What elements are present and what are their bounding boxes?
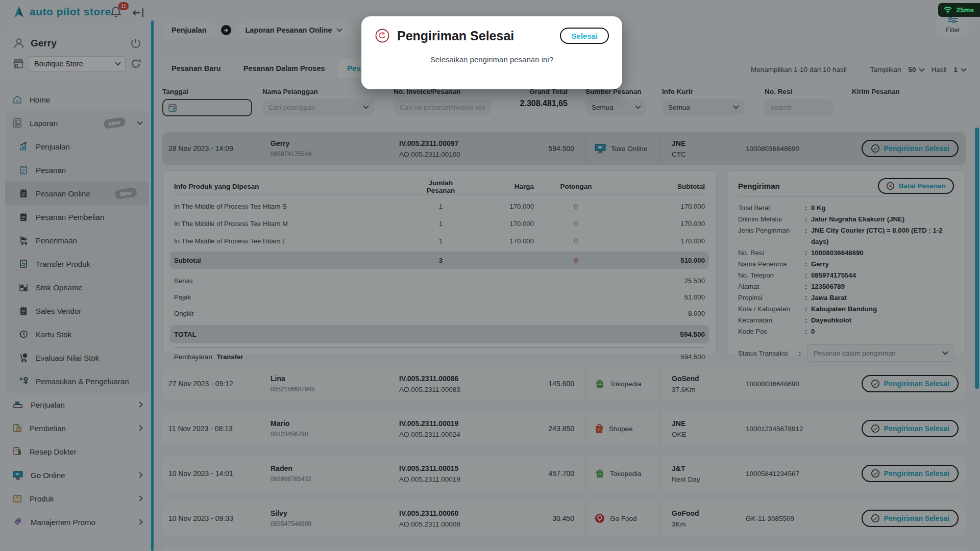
latency-badge: 25ms	[938, 3, 980, 17]
selesai-label: Selesai	[571, 32, 598, 40]
modal-title: Pengiriman Selesai	[397, 29, 553, 43]
modal-body-text: Selesaikan pengiriman pesanan ini?	[375, 55, 609, 64]
latency-value: 25ms	[956, 6, 974, 14]
selesai-button[interactable]: Selesai	[560, 28, 609, 44]
app-root: auto pilot store 11 Filter Gerry	[0, 0, 980, 551]
wifi-icon	[943, 6, 952, 14]
back-arrow-icon[interactable]	[375, 28, 390, 43]
pengiriman-selesai-modal: Pengiriman Selesai Selesai Selesaikan pe…	[361, 16, 622, 89]
